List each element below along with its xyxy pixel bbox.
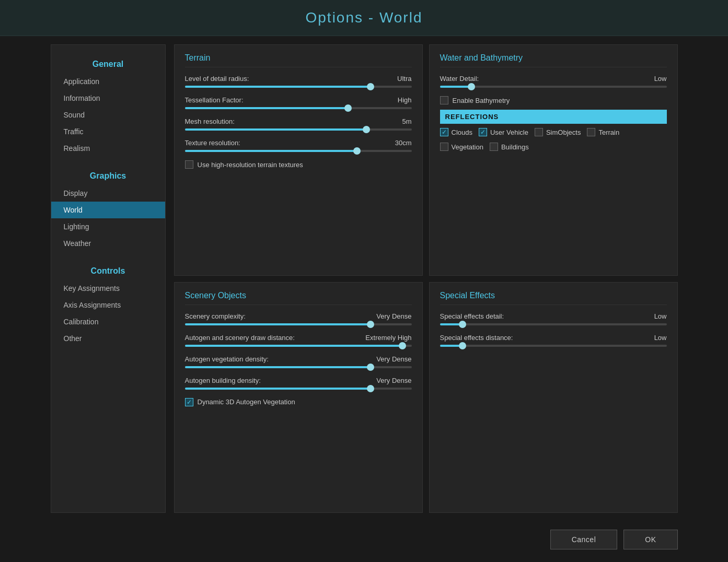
complexity-slider-row: Scenery complexity: Very Dense (185, 312, 412, 325)
complexity-slider-track[interactable] (185, 323, 412, 325)
sidebar-item-sound[interactable]: Sound (51, 107, 165, 123)
veg-density-slider-thumb[interactable] (367, 364, 374, 371)
fx-detail-slider-thumb[interactable] (459, 321, 466, 328)
sidebar-item-world[interactable]: World (51, 202, 165, 218)
dynamic-veg-checkbox-row[interactable]: ✓ Dynamic 3D Autogen Vegetation (185, 398, 412, 406)
complexity-slider-fill (185, 323, 371, 325)
sidebar-item-weather[interactable]: Weather (51, 235, 165, 252)
lod-slider-row: Level of detail radius: Ultra (185, 75, 412, 88)
water-detail-slider-track[interactable] (440, 86, 667, 88)
texture-slider-fill (185, 150, 357, 152)
texture-slider-thumb[interactable] (353, 147, 361, 155)
special-effects-panel: Special Effects Special effects detail: … (429, 282, 678, 513)
veg-density-label: Autogen vegetation density: (185, 355, 269, 363)
cancel-button[interactable]: Cancel (550, 530, 618, 549)
ok-button[interactable]: OK (623, 530, 677, 549)
sidebar-item-application[interactable]: Application (51, 73, 165, 90)
water-detail-value: Low (654, 75, 667, 83)
reflections-checkboxes: ✓ Clouds ✓ User Vehicle SimObjects Terr (440, 128, 667, 151)
mesh-slider-row: Mesh resolution: 5m (185, 118, 412, 131)
lod-label: Level of detail radius: (185, 75, 249, 83)
sidebar-item-display[interactable]: Display (51, 185, 165, 202)
fx-detail-slider-track[interactable] (440, 323, 667, 325)
hires-checkbox-row[interactable]: Use high-resolution terrain textures (185, 160, 412, 169)
reflection-buildings[interactable]: Buildings (490, 143, 529, 151)
content-area: Terrain Level of detail radius: Ultra Te… (174, 44, 678, 513)
fx-distance-value: Low (654, 334, 667, 342)
reflection-vegetation[interactable]: Vegetation (440, 143, 483, 151)
title-bar: Options - World (0, 0, 728, 36)
lod-slider-thumb[interactable] (367, 83, 374, 90)
veg-density-value: Very Dense (376, 355, 411, 363)
texture-label: Texture resolution: (185, 139, 240, 147)
reflection-simobjects-checkbox[interactable] (535, 128, 543, 136)
veg-density-slider-fill (185, 366, 371, 368)
draw-dist-slider-thumb[interactable] (399, 342, 406, 349)
reflection-user-vehicle[interactable]: ✓ User Vehicle (479, 128, 528, 136)
complexity-slider-thumb[interactable] (367, 321, 374, 328)
fx-distance-slider-thumb[interactable] (459, 342, 466, 349)
veg-density-slider-track[interactable] (185, 366, 412, 368)
mesh-slider-thumb[interactable] (363, 126, 370, 133)
tess-slider-row: Tessellation Factor: High (185, 96, 412, 109)
special-effects-title: Special Effects (440, 291, 667, 305)
check-icon: ✓ (480, 129, 486, 135)
sidebar-item-traffic[interactable]: Traffic (51, 123, 165, 140)
bld-density-slider-fill (185, 388, 371, 390)
reflection-clouds-checkbox[interactable]: ✓ (440, 128, 448, 136)
tess-slider-thumb[interactable] (344, 104, 352, 112)
reflection-simobjects[interactable]: SimObjects (535, 128, 581, 136)
check-icon: ✓ (187, 399, 192, 405)
draw-dist-slider-track[interactable] (185, 345, 412, 347)
sidebar-item-other[interactable]: Other (51, 330, 165, 347)
fx-distance-label: Special effects distance: (440, 334, 513, 342)
tess-slider-track[interactable] (185, 107, 412, 109)
veg-density-slider-row: Autogen vegetation density: Very Dense (185, 355, 412, 368)
water-detail-slider-thumb[interactable] (468, 83, 475, 90)
sidebar-item-axis-assignments[interactable]: Axis Assignments (51, 297, 165, 313)
sidebar-item-realism[interactable]: Realism (51, 140, 165, 157)
reflections-header: REFLECTIONS (440, 110, 667, 124)
bld-density-slider-thumb[interactable] (367, 385, 374, 392)
texture-slider-row: Texture resolution: 30cm (185, 139, 412, 152)
sidebar: General Application Information Sound Tr… (51, 44, 166, 513)
reflection-terrain-checkbox[interactable] (587, 128, 595, 136)
fx-distance-slider-row: Special effects distance: Low (440, 334, 667, 347)
reflection-user-vehicle-checkbox[interactable]: ✓ (479, 128, 487, 136)
sidebar-item-key-assignments[interactable]: Key Assignments (51, 280, 165, 297)
reflection-terrain[interactable]: Terrain (587, 128, 619, 136)
graphics-section-title: Graphics (51, 165, 165, 185)
bld-density-slider-track[interactable] (185, 388, 412, 390)
sidebar-item-lighting[interactable]: Lighting (51, 218, 165, 235)
hires-label: Use high-resolution terrain textures (198, 161, 303, 169)
texture-slider-track[interactable] (185, 150, 412, 152)
draw-dist-slider-row: Autogen and scenery draw distance: Extre… (185, 334, 412, 347)
draw-dist-label: Autogen and scenery draw distance: (185, 334, 295, 342)
bathymetry-label: Enable Bathymetry (453, 97, 510, 104)
fx-distance-slider-track[interactable] (440, 345, 667, 347)
lod-value: Ultra (397, 75, 411, 83)
mesh-slider-track[interactable] (185, 128, 412, 131)
sidebar-item-information[interactable]: Information (51, 90, 165, 107)
complexity-value: Very Dense (376, 312, 411, 320)
bathymetry-checkbox-row[interactable]: Enable Bathymetry (440, 96, 667, 104)
reflection-simobjects-label: SimObjects (546, 128, 581, 136)
hires-checkbox[interactable] (185, 160, 193, 169)
terrain-panel: Terrain Level of detail radius: Ultra Te… (174, 44, 423, 276)
window-title: Options - World (0, 9, 728, 26)
reflection-user-vehicle-label: User Vehicle (490, 128, 528, 136)
bathymetry-checkbox[interactable] (440, 96, 448, 104)
lod-slider-fill (185, 86, 371, 88)
reflection-vegetation-checkbox[interactable] (440, 143, 448, 151)
lod-slider-track[interactable] (185, 86, 412, 88)
tess-slider-fill (185, 107, 348, 109)
bottom-bar: Cancel OK (51, 521, 678, 562)
reflection-clouds[interactable]: ✓ Clouds (440, 128, 472, 136)
mesh-slider-fill (185, 128, 366, 131)
dynamic-veg-checkbox[interactable]: ✓ (185, 398, 193, 406)
controls-section-title: Controls (51, 260, 165, 280)
sidebar-item-calibration[interactable]: Calibration (51, 313, 165, 330)
draw-dist-slider-fill (185, 345, 403, 347)
reflection-buildings-checkbox[interactable] (490, 143, 498, 151)
bld-density-label: Autogen building density: (185, 377, 261, 384)
